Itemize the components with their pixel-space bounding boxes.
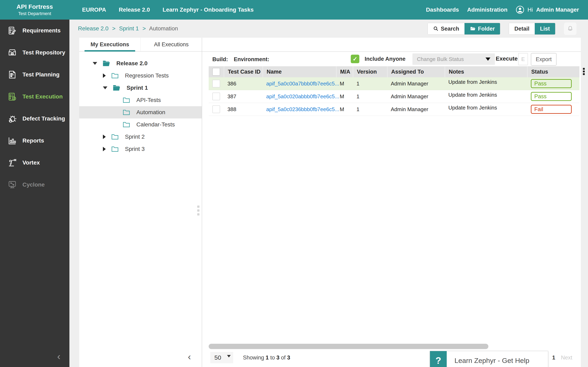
tree-item-release-2-0[interactable]: Release 2.0 — [79, 57, 202, 69]
test-case-link[interactable]: apif_5a0c00a7bbb0fb7ee6c5... — [266, 81, 339, 87]
tree-item-label: Automation — [136, 109, 165, 116]
search-icon — [433, 26, 439, 32]
tab-my-executions[interactable]: My Executions — [79, 38, 141, 51]
detail-view-button[interactable]: Detail — [509, 23, 535, 34]
tree-item-api-tests[interactable]: API-Tests — [79, 94, 202, 106]
sidebar-item-requirements[interactable]: Requirements — [0, 20, 69, 42]
horizontal-scrollbar[interactable] — [209, 344, 488, 349]
tree-item-automation[interactable]: Automation — [79, 106, 202, 118]
sidebar-item-cyclone[interactable]: Cyclone — [0, 174, 69, 196]
breadcrumb-sprint-link[interactable]: Sprint 1 — [119, 25, 139, 32]
sidebar-item-label: Requirements — [22, 27, 61, 34]
sidebar-item-test-execution[interactable]: Test Execution — [0, 86, 69, 108]
tree-item-calendar-tests[interactable]: Calendar-Tests — [79, 118, 202, 131]
row-checkbox[interactable] — [212, 80, 220, 87]
search-folder-toggle: Search Folder — [428, 23, 501, 35]
tab-all-executions[interactable]: All Executions — [141, 38, 202, 51]
notifications-button[interactable] — [564, 22, 577, 35]
table-row[interactable]: 387 apif_5a0c020abbb0fb7ee6c5... M 1 Adm… — [209, 90, 579, 103]
column-header-status[interactable]: Status — [527, 66, 579, 77]
nav-administration[interactable]: Administration — [467, 7, 508, 13]
nav-dashboards[interactable]: Dashboards — [426, 7, 459, 13]
closed-folder-icon — [110, 72, 120, 80]
folder-icon — [470, 26, 476, 32]
table-row[interactable]: 386 apif_5a0c00a7bbb0fb7ee6c5... M 1 Adm… — [209, 77, 579, 90]
user-menu[interactable]: Hi Admin Manager — [516, 6, 579, 14]
page-size-select[interactable]: 50 — [210, 352, 233, 363]
breadcrumb-separator: > — [112, 25, 115, 32]
breadcrumb-separator: > — [143, 25, 146, 32]
open-folder-icon — [102, 59, 111, 67]
caret-down-icon[interactable] — [93, 62, 97, 65]
tree-item-sprint-2[interactable]: Sprint 2 — [79, 131, 202, 143]
test-case-link[interactable]: apif_5a0c0236bbb0fb7ee6c5... — [266, 106, 339, 113]
dropdown-caret-icon — [485, 58, 490, 61]
execute-shortcut-field[interactable]: E — [518, 53, 528, 65]
search-toggle-button[interactable]: Search — [428, 23, 465, 34]
release-menu[interactable]: Release 2.0 — [119, 7, 150, 13]
avatar-icon — [516, 6, 524, 14]
current-page-number[interactable]: 1 — [552, 355, 555, 361]
test-case-link[interactable]: apif_5a0c020abbb0fb7ee6c5... — [266, 93, 339, 100]
table-row[interactable]: 388 apif_5a0c0236bbb0fb7ee6c5... M 1 Adm… — [209, 103, 579, 116]
context-title[interactable]: Learn Zephyr - Onboarding Tasks — [163, 7, 254, 13]
filters-row: Build: Environment: ✓ Include Anyone Cha… — [202, 51, 581, 67]
next-page-button[interactable]: Next — [561, 355, 572, 361]
status-badge[interactable]: Pass — [531, 79, 572, 88]
caret-right-icon[interactable] — [103, 147, 106, 151]
tree-collapse-chevron[interactable]: ‹ — [188, 352, 191, 361]
row-checkbox[interactable] — [212, 105, 220, 113]
sidebar-item-defect-tracking[interactable]: Defect Tracking — [0, 108, 69, 130]
row-checkbox[interactable] — [212, 92, 220, 100]
folder-toggle-button[interactable]: Folder — [465, 23, 500, 34]
sidebar-item-reports[interactable]: Reports — [0, 130, 69, 152]
column-header-name[interactable]: Name — [263, 66, 336, 77]
greeting-text: Hi — [527, 7, 533, 13]
sidebar-item-vortex[interactable]: Vortex — [0, 152, 69, 174]
select-all-checkbox[interactable] — [212, 68, 220, 76]
column-header-test-case-id[interactable]: Test Case ID — [224, 66, 263, 77]
caret-down-icon[interactable] — [103, 86, 107, 89]
tree-item-label: API-Tests — [136, 97, 161, 103]
cell-assigned-to: Admin Manager — [387, 90, 445, 103]
brand-block[interactable]: API Fortress Test Department — [0, 0, 69, 20]
showing-summary: Showing 1 to 3 of 3 — [243, 355, 290, 361]
user-name: Admin Manager — [536, 7, 579, 13]
sidebar-item-label: Test Repository — [22, 49, 65, 56]
column-options-icon[interactable] — [583, 68, 585, 75]
sidebar-item-test-repository[interactable]: Test Repository — [0, 42, 69, 64]
detail-list-toggle: Detail List — [509, 23, 555, 35]
project-menu[interactable]: EUROPA — [82, 7, 106, 13]
help-question-icon: ? — [430, 351, 447, 367]
cell-notes: Update from Jenkins — [445, 103, 527, 116]
get-help-popup[interactable]: ? Learn Zephyr - Get Help — [430, 351, 548, 367]
status-badge[interactable]: Fail — [531, 105, 572, 114]
include-anyone-checkbox[interactable]: ✓ — [351, 55, 359, 63]
sidebar-collapse-chevron[interactable]: ‹ — [57, 351, 61, 361]
list-view-button[interactable]: List — [535, 23, 555, 34]
change-bulk-status-select[interactable]: Change Bulk Status — [412, 53, 495, 65]
column-header-version[interactable]: Version — [353, 66, 387, 77]
tree-item-sprint-1[interactable]: Sprint 1 — [79, 82, 202, 94]
caret-right-icon[interactable] — [103, 134, 106, 139]
column-header-ma[interactable]: M/A — [336, 66, 353, 77]
open-folder-icon — [112, 84, 121, 92]
sidebar-item-test-planning[interactable]: Test Planning — [0, 64, 69, 86]
column-header-assigned-to[interactable]: Assigned To — [387, 66, 445, 77]
sidebar-item-label: Reports — [22, 137, 44, 144]
tree-item-sprint-3[interactable]: Sprint 3 — [79, 143, 202, 155]
executions-table: Test Case ID Name M/A Version Assigned T… — [209, 66, 579, 116]
vortex-robot-icon — [7, 158, 17, 167]
tree-item-regression-tests[interactable]: Regression Tests — [79, 69, 202, 82]
status-badge[interactable]: Pass — [531, 92, 572, 101]
column-header-notes[interactable]: Notes — [445, 66, 527, 77]
folder-tree: Release 2.0 Regression Tests Sprint 1 AP… — [79, 51, 202, 155]
breadcrumb-release-link[interactable]: Release 2.0 — [78, 25, 108, 32]
top-bar: API Fortress Test Department EUROPA Rele… — [0, 0, 588, 20]
tree-item-label: Sprint 3 — [125, 146, 145, 152]
closed-folder-icon — [122, 96, 131, 104]
export-button[interactable]: Export — [531, 53, 557, 66]
caret-right-icon[interactable] — [103, 73, 106, 78]
closed-folder-icon — [110, 133, 120, 141]
closed-folder-icon — [122, 120, 131, 129]
